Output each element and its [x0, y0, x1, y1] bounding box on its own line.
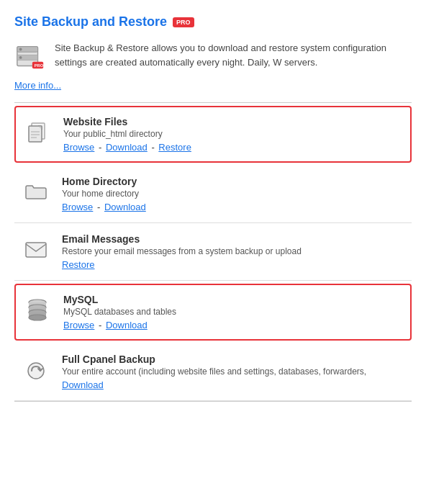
mysql-download-link[interactable]: Download — [106, 320, 148, 330]
full-cpanel-backup-title: Full Cpanel Backup — [62, 354, 406, 365]
page-title: Site Backup and Restore PRO — [14, 14, 412, 30]
full-cpanel-backup-desc: Your entire account (including website f… — [62, 366, 406, 377]
mysql-content: MySQL MySQL databases and tables Browse … — [63, 294, 404, 330]
email-messages-title: Email Messages — [62, 233, 406, 245]
mysql-browse-link[interactable]: Browse — [63, 320, 94, 330]
full-cpanel-backup-content: Full Cpanel Backup Your entire account (… — [62, 354, 406, 390]
email-messages-desc: Restore your email messages from a syste… — [62, 246, 406, 256]
more-info-link[interactable]: More info... — [14, 80, 412, 91]
mysql-links: Browse - Download — [63, 320, 404, 330]
home-directory-content: Home Directory Your home directory Brows… — [62, 176, 406, 212]
website-files-icon — [22, 116, 53, 148]
website-files-title: Website Files — [63, 116, 404, 127]
website-files-links: Browse - Download - Restore — [63, 142, 404, 153]
email-messages-card: Email Messages Restore your email messag… — [14, 223, 412, 281]
pro-badge: PRO — [173, 17, 194, 27]
website-files-restore-link[interactable]: Restore — [158, 142, 191, 153]
email-messages-restore-link[interactable]: Restore — [62, 259, 95, 270]
home-directory-desc: Your home directory — [62, 189, 406, 199]
full-cpanel-backup-download-link[interactable]: Download — [62, 379, 104, 390]
home-directory-title: Home Directory — [62, 176, 406, 187]
website-files-download-link[interactable]: Download — [106, 142, 148, 153]
svg-point-4 — [19, 56, 22, 59]
svg-rect-8 — [29, 126, 42, 142]
website-files-content: Website Files Your public_html directory… — [63, 116, 404, 153]
full-cpanel-backup-card: Full Cpanel Backup Your entire account (… — [14, 343, 412, 401]
mysql-desc: MySQL databases and tables — [63, 307, 404, 317]
bottom-divider — [14, 401, 412, 402]
mysql-card: MySQL MySQL databases and tables Browse … — [14, 284, 412, 341]
full-cpanel-backup-icon — [20, 354, 52, 385]
intro-section: PRO Site Backup & Restore allows you to … — [14, 41, 412, 73]
home-directory-card: Home Directory Your home directory Brows… — [14, 166, 412, 223]
full-cpanel-backup-links: Download — [62, 379, 406, 390]
email-messages-icon — [20, 233, 52, 265]
home-directory-download-link[interactable]: Download — [104, 202, 146, 212]
svg-rect-12 — [26, 243, 46, 257]
website-files-browse-link[interactable]: Browse — [63, 142, 94, 153]
svg-text:PRO: PRO — [35, 63, 44, 68]
section-divider — [14, 102, 412, 103]
home-directory-links: Browse - Download — [62, 202, 406, 212]
intro-description: Site Backup & Restore allows you to down… — [55, 41, 412, 69]
website-files-card: Website Files Your public_html directory… — [14, 106, 412, 163]
home-directory-icon — [20, 176, 52, 207]
intro-icon: PRO — [14, 41, 46, 73]
home-directory-browse-link[interactable]: Browse — [62, 202, 93, 212]
email-messages-links: Restore — [62, 259, 406, 270]
mysql-title: MySQL — [63, 294, 404, 305]
mysql-icon — [22, 294, 53, 325]
svg-point-19 — [29, 315, 46, 320]
svg-point-3 — [19, 48, 22, 51]
email-messages-content: Email Messages Restore your email messag… — [62, 233, 406, 270]
website-files-desc: Your public_html directory — [63, 129, 404, 139]
svg-point-20 — [28, 363, 44, 379]
